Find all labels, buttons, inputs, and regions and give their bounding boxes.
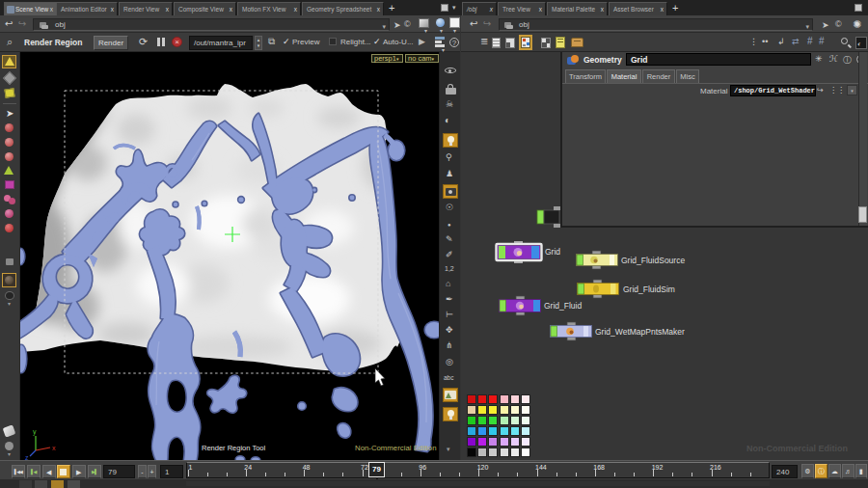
svg-text:y: y [33, 428, 37, 436]
svg-text:x: x [52, 445, 56, 451]
